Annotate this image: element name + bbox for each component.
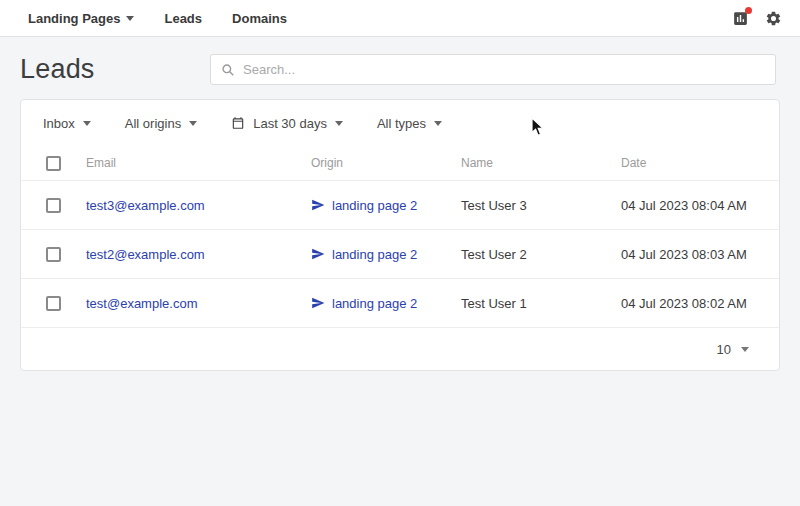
lead-name: Test User 1 xyxy=(461,296,621,311)
chevron-down-icon xyxy=(189,121,197,126)
nav-leads[interactable]: Leads xyxy=(164,11,202,26)
paper-plane-icon xyxy=(311,198,325,212)
select-all-checkbox[interactable] xyxy=(46,156,61,171)
leads-card: Inbox All origins Last 30 days All types… xyxy=(20,99,780,371)
column-header-name: Name xyxy=(461,156,621,170)
nav-domains[interactable]: Domains xyxy=(232,11,287,26)
chevron-down-icon xyxy=(335,121,343,126)
table-header-row: Email Origin Name Date xyxy=(21,146,779,180)
table-row: test@example.com landing page 2 Test Use… xyxy=(21,278,779,327)
filter-types-label: All types xyxy=(377,116,426,131)
column-header-origin: Origin xyxy=(311,156,461,170)
filter-bar: Inbox All origins Last 30 days All types xyxy=(21,100,779,146)
page-header: Leads xyxy=(0,37,800,99)
lead-name: Test User 3 xyxy=(461,198,621,213)
top-navigation-bar: Landing Pages Leads Domains xyxy=(0,0,800,37)
table-row: test3@example.com landing page 2 Test Us… xyxy=(21,180,779,229)
chevron-down-icon xyxy=(126,16,134,21)
table-footer: 10 xyxy=(21,327,779,370)
row-checkbox[interactable] xyxy=(46,247,61,262)
notification-dot xyxy=(745,7,752,14)
gear-icon[interactable] xyxy=(765,10,782,27)
lead-email-link[interactable]: test@example.com xyxy=(86,296,197,311)
row-checkbox[interactable] xyxy=(46,296,61,311)
filter-date-range[interactable]: Last 30 days xyxy=(231,116,343,131)
nav-domains-label: Domains xyxy=(232,11,287,26)
filter-origins-label: All origins xyxy=(125,116,181,131)
lead-name: Test User 2 xyxy=(461,247,621,262)
stats-icon[interactable] xyxy=(732,10,749,27)
filter-origins[interactable]: All origins xyxy=(125,116,197,131)
search-icon xyxy=(221,63,235,77)
nav-leads-label: Leads xyxy=(164,11,202,26)
paper-plane-icon xyxy=(311,296,325,310)
page-size-value: 10 xyxy=(717,342,731,357)
lead-origin-link[interactable]: landing page 2 xyxy=(332,296,417,311)
calendar-icon xyxy=(231,116,245,130)
table-row: test2@example.com landing page 2 Test Us… xyxy=(21,229,779,278)
chevron-down-icon xyxy=(741,347,749,352)
column-header-date: Date xyxy=(621,156,779,170)
search-box xyxy=(210,54,776,85)
paper-plane-icon xyxy=(311,247,325,261)
nav-landing-pages[interactable]: Landing Pages xyxy=(28,11,134,26)
lead-origin-link[interactable]: landing page 2 xyxy=(332,198,417,213)
lead-email-link[interactable]: test3@example.com xyxy=(86,198,205,213)
lead-date: 04 Jul 2023 08:04 AM xyxy=(621,198,779,213)
chevron-down-icon xyxy=(83,121,91,126)
lead-date: 04 Jul 2023 08:02 AM xyxy=(621,296,779,311)
nav-landing-pages-label: Landing Pages xyxy=(28,11,120,26)
column-header-email: Email xyxy=(86,156,311,170)
filter-types[interactable]: All types xyxy=(377,116,442,131)
lead-email-link[interactable]: test2@example.com xyxy=(86,247,205,262)
filter-inbox[interactable]: Inbox xyxy=(43,116,91,131)
page-size-selector[interactable]: 10 xyxy=(717,342,749,357)
filter-inbox-label: Inbox xyxy=(43,116,75,131)
lead-date: 04 Jul 2023 08:03 AM xyxy=(621,247,779,262)
topbar-actions xyxy=(732,10,782,27)
search-input[interactable] xyxy=(243,62,765,77)
filter-date-range-label: Last 30 days xyxy=(253,116,327,131)
page-title: Leads xyxy=(20,54,210,85)
row-checkbox[interactable] xyxy=(46,198,61,213)
lead-origin-link[interactable]: landing page 2 xyxy=(332,247,417,262)
chevron-down-icon xyxy=(434,121,442,126)
